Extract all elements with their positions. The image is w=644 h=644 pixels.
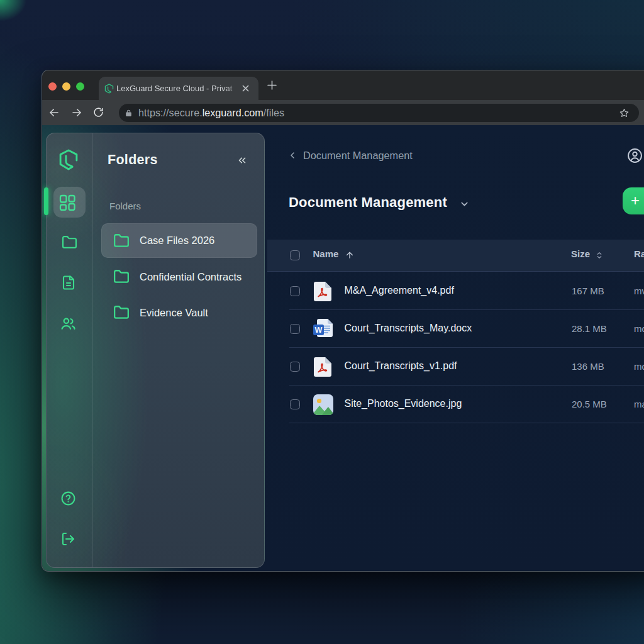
svg-text:W: W (315, 326, 323, 335)
